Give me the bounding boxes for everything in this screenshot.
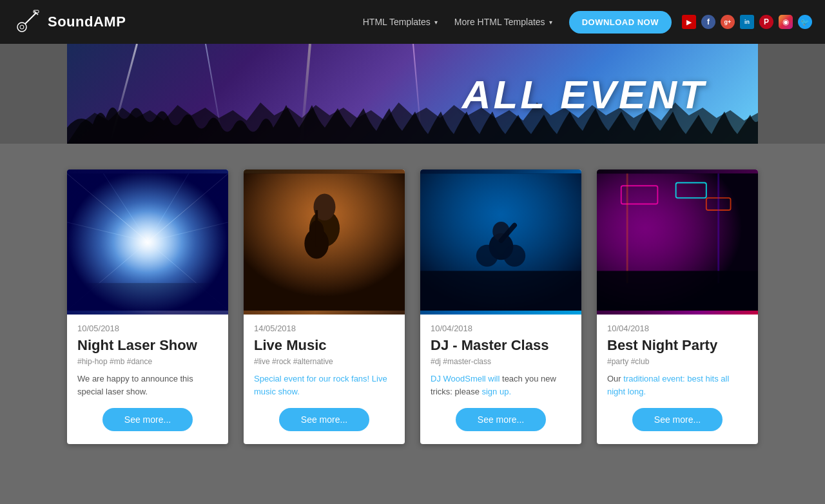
event-desc-2: Special event for our rock fans! Live mu… — [254, 373, 394, 398]
event-image-3 — [420, 170, 581, 315]
event-date-1: 10/05/2018 — [77, 324, 218, 333]
event-date-2: 14/05/2018 — [254, 324, 394, 333]
svg-line-9 — [67, 173, 148, 242]
event-card-4: 10/04/2018 Best Night Party #party #club… — [597, 170, 758, 444]
event-desc-1: We are happy to announce this special la… — [77, 373, 218, 398]
svg-point-31 — [503, 245, 525, 267]
twitter-icon[interactable]: 🐦 — [798, 15, 812, 29]
see-more-button-1[interactable]: See more... — [102, 408, 193, 431]
chevron-down-icon: ▾ — [434, 19, 438, 26]
svg-line-10 — [148, 173, 228, 242]
hero-banner: ALL EVENT — [67, 44, 758, 144]
pinterest-icon[interactable]: P — [759, 15, 773, 29]
laser-show-image — [67, 170, 228, 315]
svg-line-13 — [104, 173, 148, 242]
svg-line-16 — [148, 222, 228, 242]
event-card-body-1: 10/05/2018 Night Laser Show #hip-hop #mb… — [67, 315, 228, 444]
event-date-4: 10/04/2018 — [607, 324, 748, 333]
events-grid: 10/05/2018 Night Laser Show #hip-hop #mb… — [67, 144, 758, 470]
event-date-3: 10/04/2018 — [431, 324, 571, 333]
event-card-body-3: 10/04/2018 DJ - Master Class #dj #master… — [420, 315, 581, 444]
linkedin-icon[interactable]: in — [740, 15, 754, 29]
event-desc-4: Our traditional event: best hits all nig… — [607, 373, 748, 398]
event-tags-3: #dj #master-class — [431, 357, 571, 366]
svg-rect-17 — [67, 283, 228, 310]
event-tags-4: #party #club — [607, 357, 748, 366]
svg-rect-24 — [315, 210, 318, 247]
svg-rect-27 — [420, 271, 581, 310]
live-music-image — [244, 170, 405, 315]
event-tags-1: #hip-hop #mb #dance — [77, 357, 218, 366]
nav-html-templates[interactable]: HTML Templates ▾ — [356, 13, 444, 31]
event-title-2: Live Music — [254, 337, 394, 354]
event-image-1 — [67, 170, 228, 315]
event-title-3: DJ - Master Class — [431, 337, 571, 354]
navbar: SoundAMP HTML Templates ▾ More HTML Temp… — [0, 0, 825, 44]
see-more-button-3[interactable]: See more... — [456, 408, 546, 431]
event-card-1: 10/05/2018 Night Laser Show #hip-hop #mb… — [67, 170, 228, 444]
nav-links: HTML Templates ▾ More HTML Templates ▾ D… — [356, 11, 672, 34]
event-card-2: 14/05/2018 Live Music #live #rock #alter… — [244, 170, 405, 444]
event-desc-3: DJ WoodSmell will teach you new tricks: … — [431, 373, 571, 398]
see-more-button-4[interactable]: See more... — [632, 408, 723, 431]
download-now-button[interactable]: DOWNLOAD NOW — [569, 11, 672, 34]
event-card-body-2: 14/05/2018 Live Music #live #rock #alter… — [244, 315, 405, 444]
svg-rect-40 — [597, 271, 758, 310]
hero-title: ALL EVENT — [462, 71, 706, 117]
event-title-4: Best Night Party — [607, 337, 748, 354]
event-card-body-4: 10/04/2018 Best Night Party #party #club… — [597, 315, 758, 444]
night-party-image — [597, 170, 758, 315]
chevron-down-icon: ▾ — [549, 19, 552, 26]
svg-point-0 — [17, 23, 26, 32]
svg-line-11 — [67, 242, 148, 311]
youtube-icon[interactable]: ▶ — [682, 15, 696, 29]
brand[interactable]: SoundAMP — [13, 8, 126, 36]
svg-point-1 — [20, 25, 24, 29]
google-plus-icon[interactable]: g+ — [721, 15, 735, 29]
brand-name: SoundAMP — [48, 14, 126, 30]
svg-rect-7 — [67, 173, 228, 310]
svg-line-14 — [148, 173, 188, 242]
facebook-icon[interactable]: f — [701, 15, 715, 29]
svg-line-15 — [67, 222, 148, 242]
dj-image — [420, 170, 581, 315]
event-title-1: Night Laser Show — [77, 337, 218, 354]
nav-more-templates[interactable]: More HTML Templates ▾ — [448, 13, 559, 31]
event-image-2 — [244, 170, 405, 315]
svg-line-12 — [148, 242, 228, 311]
instagram-icon[interactable]: ◉ — [779, 15, 793, 29]
event-tags-2: #live #rock #alternative — [254, 357, 394, 366]
svg-point-30 — [476, 245, 498, 267]
event-image-4 — [597, 170, 758, 315]
social-icons: ▶ f g+ in P ◉ 🐦 — [682, 15, 812, 29]
guitar-icon — [13, 8, 41, 36]
see-more-button-2[interactable]: See more... — [279, 408, 369, 431]
event-card-3: 10/04/2018 DJ - Master Class #dj #master… — [420, 170, 581, 444]
svg-rect-8 — [67, 173, 228, 310]
